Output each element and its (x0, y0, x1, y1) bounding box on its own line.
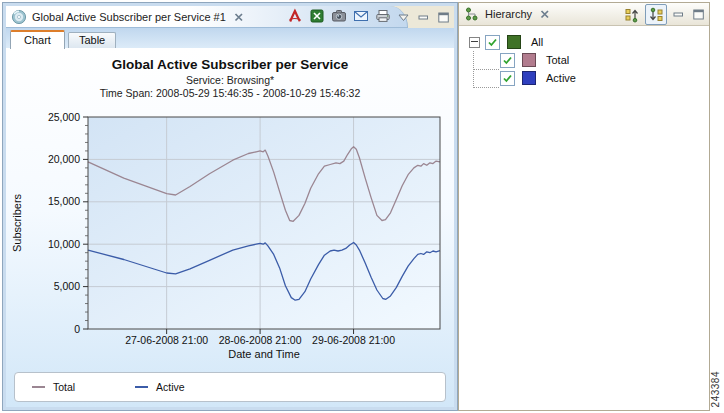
svg-text:29-06-2008 21:00: 29-06-2008 21:00 (312, 334, 395, 346)
maximize-icon[interactable] (692, 7, 705, 20)
chart-legend: Total Active (14, 372, 446, 402)
hierarchy-view-tab-title: Hierarchy (485, 8, 532, 20)
svg-text:20,000: 20,000 (48, 153, 80, 165)
check-icon (487, 37, 498, 48)
check-icon (502, 73, 513, 84)
collapse-icon[interactable] (469, 37, 480, 48)
tree-label-active[interactable]: Active (546, 72, 576, 84)
snapshot-icon[interactable] (331, 8, 347, 24)
series-color-all (507, 35, 521, 49)
chart-title: Global Active Subscriber per Service (6, 57, 454, 72)
tree-row-total[interactable]: Total (500, 51, 709, 69)
view-menu-chevron-icon[interactable] (397, 10, 410, 23)
report-view-tab-header: Global Active Subscriber per Service #1 (6, 6, 454, 28)
tree-arrow-down-icon[interactable] (645, 4, 667, 25)
tab-table[interactable]: Table (68, 32, 116, 48)
total-line-swatch (32, 386, 45, 388)
chart-subtitle: Service: Browsing* (6, 74, 454, 86)
email-icon[interactable] (353, 8, 369, 24)
svg-text:28-06-2008 21:00: 28-06-2008 21:00 (219, 334, 302, 346)
report-subtabs: Chart Table (6, 28, 454, 49)
active-line-swatch (135, 386, 148, 388)
close-icon[interactable] (231, 9, 247, 25)
checkbox-active[interactable] (500, 71, 515, 86)
chart-canvas: 05,00010,00015,00020,00025,00027-06-2008… (8, 101, 450, 369)
svg-text:25,000: 25,000 (48, 111, 80, 123)
checkbox-total[interactable] (500, 53, 515, 68)
report-view-tab-title: Global Active Subscriber per Service #1 (32, 11, 226, 23)
report-toolbar (287, 8, 391, 24)
hierarchy-view-tab-header[interactable]: Hierarchy (459, 3, 709, 26)
minimize-icon[interactable] (417, 10, 430, 23)
tree-label-all[interactable]: All (531, 36, 543, 48)
svg-text:Date and Time: Date and Time (228, 348, 300, 360)
series-color-active (522, 71, 536, 85)
chart-time-span: Time Span: 2008-05-29 15:46:35 - 2008-10… (6, 87, 454, 99)
legend-label-total: Total (53, 381, 75, 393)
tree-row-all[interactable]: All (459, 33, 709, 51)
maximize-icon[interactable] (437, 10, 450, 23)
report-view-tab[interactable]: Global Active Subscriber per Service #1 (6, 6, 408, 28)
report-view: Global Active Subscriber per Service #1 (2, 2, 458, 411)
svg-text:5,000: 5,000 (54, 280, 80, 292)
legend-item-total: Total (32, 381, 135, 393)
svg-text:0: 0 (74, 323, 80, 335)
close-icon[interactable] (537, 6, 553, 22)
minimize-icon[interactable] (672, 7, 685, 20)
figure-number: 243384 (710, 371, 721, 407)
tree-arrow-up-icon[interactable] (621, 4, 643, 25)
report-window-controls (397, 10, 450, 23)
legend-item-active: Active (135, 381, 238, 393)
tree-connector (474, 69, 499, 70)
series-color-total (522, 53, 536, 67)
legend-label-active: Active (156, 381, 185, 393)
tree-row-active[interactable]: Active (500, 69, 709, 87)
chart-panel: Global Active Subscriber per Service Ser… (6, 48, 454, 407)
check-icon (502, 55, 513, 66)
svg-text:10,000: 10,000 (48, 238, 80, 250)
hierarchy-tree-icon (464, 6, 480, 22)
svg-text:27-06-2008 21:00: 27-06-2008 21:00 (125, 334, 208, 346)
hierarchy-tree: All Total Active (459, 26, 709, 87)
tree-label-total[interactable]: Total (546, 54, 569, 66)
checkbox-all[interactable] (485, 35, 500, 50)
tree-connector (474, 87, 499, 88)
svg-text:15,000: 15,000 (48, 195, 80, 207)
print-icon[interactable] (375, 8, 391, 24)
pdf-export-icon[interactable] (287, 8, 303, 24)
svg-text:Subscribers: Subscribers (11, 193, 23, 252)
hierarchy-toolbar (621, 4, 667, 25)
excel-export-icon[interactable] (309, 8, 325, 24)
hierarchy-window-controls (672, 7, 705, 20)
tab-chart[interactable]: Chart (10, 30, 65, 49)
hierarchy-view: Hierarchy (458, 2, 710, 411)
report-disc-icon (11, 9, 27, 25)
